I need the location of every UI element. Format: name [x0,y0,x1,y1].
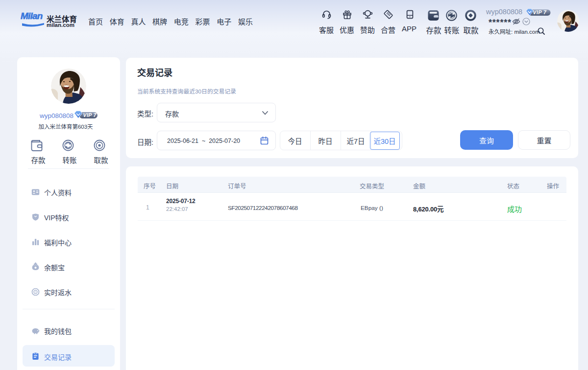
svg-text:VIP 7: VIP 7 [83,112,97,118]
svg-text:VIP 7: VIP 7 [533,9,547,15]
svg-text:Milan: Milan [21,11,43,21]
